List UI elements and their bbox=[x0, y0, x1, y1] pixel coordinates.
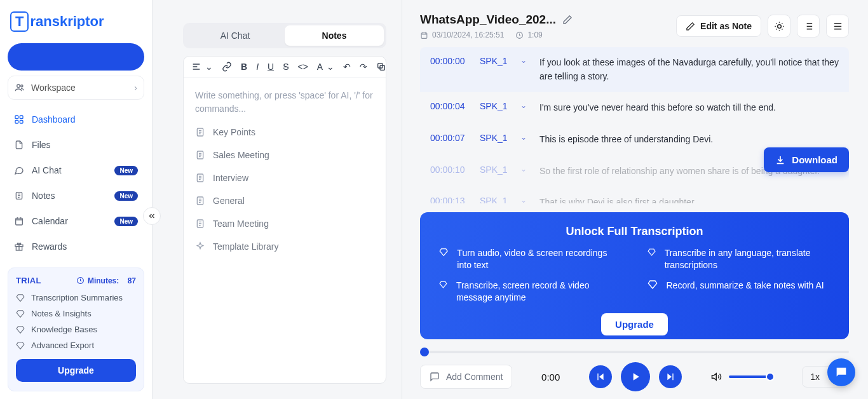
add-comment-button[interactable]: Add Comment bbox=[420, 365, 512, 389]
tab-aichat[interactable]: AI Chat bbox=[186, 25, 285, 46]
editor-placeholder[interactable]: Write something, or press 'space' for AI… bbox=[184, 78, 386, 119]
link-icon[interactable] bbox=[222, 62, 232, 72]
file-icon bbox=[14, 140, 24, 150]
nav-calendar[interactable]: Calendar New bbox=[8, 209, 144, 233]
doc-icon bbox=[195, 196, 205, 206]
diamond-icon bbox=[16, 309, 25, 318]
chevron-right-icon: › bbox=[134, 83, 137, 93]
chevron-down-icon[interactable]: ⌄ bbox=[520, 101, 532, 110]
collapse-sidebar-button[interactable] bbox=[143, 207, 161, 225]
play-icon bbox=[629, 370, 642, 383]
nav-rewards[interactable]: Rewards bbox=[8, 234, 144, 259]
unlock-card: Unlock Full Transcription Turn audio, vi… bbox=[420, 212, 849, 339]
logo-mark: T bbox=[10, 11, 29, 32]
chat-bubble-icon bbox=[834, 365, 848, 379]
next-button[interactable] bbox=[659, 365, 682, 388]
workspace-selector[interactable]: Workspace › bbox=[8, 76, 144, 100]
volume-control[interactable] bbox=[711, 371, 773, 382]
diamond-icon bbox=[648, 280, 658, 290]
text-color-icon[interactable]: A bbox=[317, 62, 323, 72]
svg-rect-4 bbox=[15, 120, 18, 123]
new-badge: New bbox=[114, 166, 138, 175]
document-title: WhatsApp_Video_202... bbox=[420, 13, 556, 27]
transcript-row[interactable]: 00:00:04SPK_1⌄I'm sure you've never hear… bbox=[420, 92, 849, 124]
play-button[interactable] bbox=[621, 362, 650, 391]
diamond-icon bbox=[439, 247, 448, 257]
code-icon[interactable]: <> bbox=[297, 62, 308, 72]
sidebar-upgrade-button[interactable]: Upgrade bbox=[16, 359, 136, 382]
undo-icon[interactable]: ↶ bbox=[343, 62, 351, 72]
edit-as-note-button[interactable]: Edit as Note bbox=[676, 15, 761, 37]
template-library[interactable]: Template Library bbox=[190, 238, 379, 255]
diamond-icon bbox=[16, 294, 25, 302]
chevron-down-icon[interactable]: ⌄ bbox=[520, 196, 532, 203]
transcript-row[interactable]: 00:00:00SPK_1⌄If you look at these image… bbox=[420, 47, 849, 92]
doc-icon bbox=[195, 150, 205, 160]
chevron-down-icon[interactable]: ⌄ bbox=[520, 56, 532, 65]
doc-icon bbox=[195, 219, 205, 229]
underline-icon[interactable]: U bbox=[268, 62, 274, 72]
svg-point-1 bbox=[21, 85, 23, 87]
trial-feature: Knowledge Bases bbox=[16, 325, 136, 334]
clock-icon bbox=[76, 276, 85, 285]
doc-icon bbox=[195, 127, 205, 137]
tab-notes[interactable]: Notes bbox=[285, 25, 384, 46]
transcript-panel: WhatsApp_Video_202... 03/10/2024, 16:25:… bbox=[402, 0, 868, 399]
chat-fab-button[interactable] bbox=[827, 358, 855, 386]
middle-tabs: AI Chat Notes bbox=[183, 23, 386, 48]
prev-button[interactable] bbox=[589, 365, 612, 388]
chevron-down-icon[interactable]: ⌄ bbox=[205, 62, 213, 72]
unlock-feature: Transcribe, screen record & video messag… bbox=[439, 280, 622, 304]
template-item[interactable]: Key Points bbox=[190, 123, 379, 141]
nav-notes[interactable]: Notes New bbox=[8, 184, 144, 208]
skip-back-icon bbox=[595, 372, 606, 382]
copy-icon[interactable] bbox=[376, 62, 386, 72]
template-item[interactable]: Interview bbox=[190, 169, 379, 187]
sidebar-nav: Dashboard Files AI Chat New Notes New Ca… bbox=[8, 107, 144, 259]
svg-rect-18 bbox=[421, 32, 427, 38]
gift-icon bbox=[14, 241, 24, 252]
template-item[interactable]: Sales Meeting bbox=[190, 146, 379, 164]
chevron-down-icon[interactable]: ⌄ bbox=[327, 62, 334, 72]
download-icon bbox=[775, 155, 785, 165]
volume-track[interactable] bbox=[729, 375, 773, 378]
calendar-icon bbox=[14, 216, 24, 226]
bold-icon[interactable]: B bbox=[241, 62, 247, 72]
template-item[interactable]: Team Meeting bbox=[190, 215, 379, 233]
template-item[interactable]: General bbox=[190, 192, 379, 210]
italic-icon[interactable]: I bbox=[256, 62, 259, 72]
nav-files[interactable]: Files bbox=[8, 133, 144, 157]
nav-aichat[interactable]: AI Chat New bbox=[8, 158, 144, 182]
template-list: Key Points Sales Meeting Interview Gener… bbox=[184, 119, 386, 263]
notes-panel: AI Chat Notes ⌄ B I U S <> A ⌄ ↶ ↷ Write… bbox=[153, 0, 402, 399]
unlock-feature: Record, summarize & take notes with AI bbox=[648, 280, 831, 304]
seek-thumb[interactable] bbox=[420, 348, 429, 356]
transcript-row[interactable]: 00:00:13SPK_1⌄That is why Devi is also f… bbox=[420, 187, 849, 203]
svg-rect-7 bbox=[16, 218, 23, 225]
primary-cta-button[interactable] bbox=[8, 43, 144, 71]
unlock-feature: Turn audio, video & screen recordings in… bbox=[439, 247, 622, 272]
redo-icon[interactable]: ↷ bbox=[360, 62, 367, 72]
download-button[interactable]: Download bbox=[764, 147, 849, 172]
comment-icon bbox=[430, 372, 440, 382]
theme-toggle-button[interactable] bbox=[768, 15, 790, 37]
edit-icon[interactable] bbox=[562, 15, 573, 25]
strike-icon[interactable]: S bbox=[283, 62, 288, 72]
sidebar: Transkriptor Workspace › Dashboard Files… bbox=[0, 0, 153, 399]
volume-thumb[interactable] bbox=[766, 372, 775, 381]
sun-icon bbox=[774, 21, 785, 32]
nav-dashboard[interactable]: Dashboard bbox=[8, 107, 144, 132]
list-button[interactable] bbox=[797, 15, 820, 37]
unlock-upgrade-button[interactable]: Upgrade bbox=[601, 313, 668, 335]
align-icon[interactable] bbox=[191, 62, 201, 72]
document-meta: 03/10/2024, 16:25:51 1:09 bbox=[420, 30, 573, 39]
seek-track[interactable] bbox=[420, 351, 849, 353]
unlock-title: Unlock Full Transcription bbox=[439, 225, 830, 238]
chevron-down-icon[interactable]: ⌄ bbox=[520, 133, 532, 142]
chevron-down-icon[interactable]: ⌄ bbox=[520, 165, 532, 173]
svg-rect-5 bbox=[20, 120, 23, 123]
transcript-list: 00:00:00SPK_1⌄If you look at these image… bbox=[420, 47, 849, 203]
menu-button[interactable] bbox=[826, 15, 849, 37]
logo[interactable]: Transkriptor bbox=[8, 8, 144, 38]
svg-point-0 bbox=[17, 85, 20, 88]
